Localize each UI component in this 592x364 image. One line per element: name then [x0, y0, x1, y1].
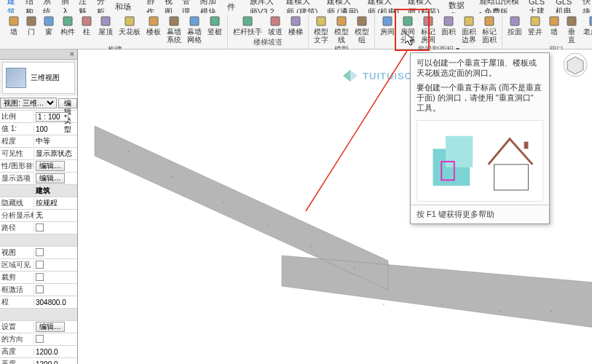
tool-tooltip: 可以创建一个垂直于屋顶、楼板或天花板选定面的洞口。 要创建一个垂直于标高 (而不… [410, 52, 550, 224]
ribbon-button[interactable]: 模型线 [332, 15, 351, 44]
tool-icon [168, 15, 180, 27]
property-value[interactable] [33, 273, 77, 282]
ribbon-button-label: 竖井 [528, 28, 542, 36]
view-cube[interactable] [563, 52, 588, 77]
property-value[interactable]: 1 : 100 [33, 112, 77, 122]
checkbox[interactable] [36, 273, 44, 281]
property-value[interactable] [33, 223, 77, 233]
property-key: 高度 [0, 347, 33, 357]
ribbon-button[interactable]: 天花板 [117, 15, 143, 36]
type-selector[interactable]: 视图: 三维… [0, 98, 57, 108]
svg-rect-1 [27, 17, 36, 25]
edit-type-button[interactable]: 编辑类型 [58, 98, 77, 108]
property-value[interactable]: 显示原状态 [33, 149, 77, 159]
ribbon-button[interactable]: 标记房间 [419, 15, 438, 44]
property-key: 可见性 [0, 149, 33, 159]
ribbon-button[interactable]: 房间分隔 [398, 15, 417, 44]
ribbon-button[interactable]: 门 [23, 15, 39, 36]
ribbon-button[interactable]: 柱 [79, 15, 95, 36]
property-value[interactable] [33, 248, 77, 258]
ribbon-button[interactable]: 模型组 [352, 15, 371, 44]
property-value[interactable]: 304800.0 [33, 298, 77, 306]
property-value[interactable] [33, 261, 77, 270]
ribbon-button[interactable]: 栏杆扶手 [231, 15, 264, 36]
property-value[interactable] [33, 335, 77, 344]
ribbon-button[interactable]: 窗 [41, 15, 57, 36]
ribbon-button[interactable]: 面积 [439, 15, 458, 36]
ribbon-button[interactable]: 面积边界 [459, 15, 478, 44]
property-value[interactable]: 编辑… [33, 322, 77, 332]
ribbon-button[interactable]: 楼梯 [286, 15, 305, 36]
tool-icon [148, 15, 159, 27]
tool-icon [43, 15, 55, 27]
ribbon-button[interactable]: 楼板 [144, 15, 163, 36]
property-key: 隐藏线 [0, 198, 33, 208]
ribbon-button[interactable]: 竖梃 [205, 15, 224, 36]
svg-point-45 [550, 311, 551, 312]
ribbon-button[interactable]: 构件 [58, 15, 77, 36]
svg-point-43 [441, 304, 442, 304]
ribbon-button[interactable]: 模型文字 [312, 15, 331, 44]
property-key: 程 [0, 297, 33, 307]
ribbon-button-label: 天花板 [119, 28, 141, 36]
ribbon-button[interactable]: 房间 [378, 15, 397, 36]
panel-close-button[interactable]: × [0, 50, 77, 60]
ribbon-button[interactable]: 按面 [505, 15, 524, 36]
checkbox[interactable] [36, 223, 44, 232]
svg-marker-35 [282, 256, 592, 328]
property-value[interactable]: 1200.0 [33, 348, 77, 356]
ribbon-button[interactable]: 墙 [6, 15, 22, 36]
edit-button[interactable]: 编辑… [36, 322, 65, 332]
checkbox[interactable] [36, 261, 44, 269]
svg-point-36 [128, 151, 129, 151]
property-value[interactable]: 编辑… [33, 161, 77, 171]
tooltip-line2: 要创建一个垂直于标高 (而不是垂直于面) 的洞口，请使用 "垂直洞口" 工具。 [411, 82, 549, 117]
ribbon-button-label: 按面 [508, 28, 522, 36]
edit-button[interactable]: 编辑… [36, 161, 65, 171]
property-row: 显示选项编辑… [0, 173, 77, 185]
checkbox[interactable] [36, 335, 44, 343]
type-selector-row: 视图: 三维… 编辑类型 [0, 96, 77, 111]
ribbon-button-label: 楼板 [146, 28, 161, 36]
tool-icon [25, 15, 37, 27]
checkbox[interactable] [36, 285, 44, 293]
svg-rect-2 [44, 17, 53, 25]
ribbon-group: 墙门窗构件柱屋顶天花板楼板幕墙系统幕墙网格竖梃构建 [3, 15, 228, 49]
svg-rect-13 [291, 17, 300, 25]
property-value[interactable]: 100 [33, 125, 77, 133]
tool-icon [242, 15, 253, 27]
ribbon-button-label: 竖梃 [208, 28, 222, 36]
property-value[interactable]: 编辑… [33, 173, 77, 183]
property-value[interactable] [33, 285, 77, 295]
ribbon-button[interactable]: 幕墙系统 [165, 15, 183, 44]
property-value[interactable]: 中等 [33, 136, 77, 146]
checkbox[interactable] [36, 248, 44, 256]
ribbon-button[interactable]: 老虎窗 [581, 15, 592, 36]
edit-button[interactable]: 编辑… [36, 173, 65, 183]
property-value[interactable]: 1200.0 [33, 360, 77, 365]
ribbon-button[interactable]: 幕墙网格 [185, 15, 204, 44]
ribbon-button[interactable]: 坡道 [266, 15, 285, 36]
svg-rect-23 [510, 17, 519, 25]
svg-rect-20 [444, 17, 453, 25]
ribbon-button[interactable]: 标记面积 [480, 15, 499, 44]
type-preview-label: 三维视图 [31, 73, 60, 83]
property-value[interactable]: 按规程 [33, 198, 77, 208]
property-value[interactable]: 建筑 [33, 186, 77, 196]
svg-rect-8 [170, 17, 178, 25]
svg-rect-17 [383, 17, 392, 25]
property-row: 区域可见 [0, 259, 77, 272]
svg-rect-11 [243, 17, 252, 25]
tool-icon [100, 15, 111, 27]
ribbon-button-label: 面积 [441, 28, 456, 36]
ribbon-button[interactable]: 墙 [546, 15, 562, 36]
ribbon-button[interactable]: 垂直 [564, 15, 580, 44]
dropdown[interactable]: 1 : 100 [36, 112, 68, 122]
type-preview[interactable]: 三维视图 [2, 62, 75, 94]
property-value[interactable]: 无 [33, 210, 77, 221]
tool-icon [269, 15, 281, 27]
ribbon-button-label: 墙 [550, 28, 558, 36]
tool-icon [588, 15, 592, 27]
ribbon-button[interactable]: 屋顶 [96, 15, 115, 36]
ribbon-button[interactable]: 竖井 [526, 15, 545, 36]
